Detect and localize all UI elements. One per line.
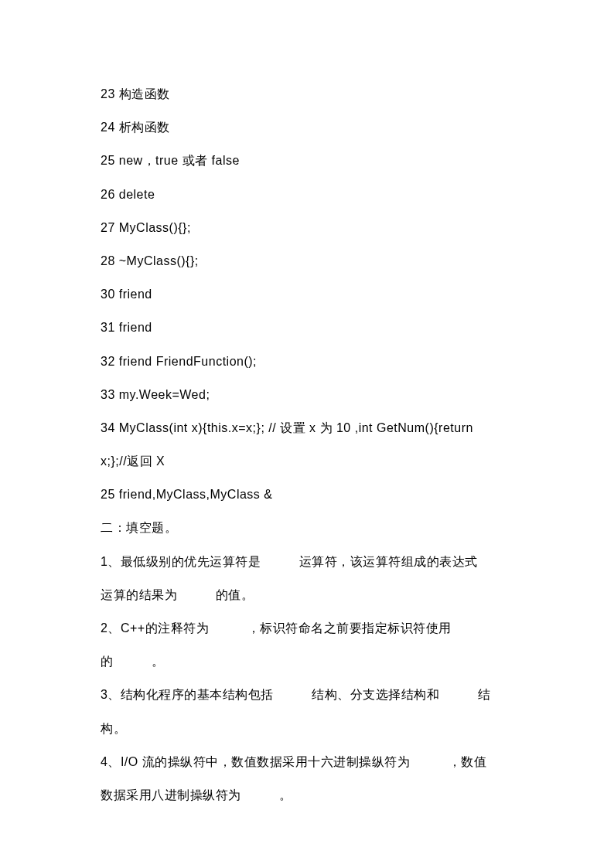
- text-line: x;};//返回 X: [101, 444, 513, 478]
- text-line: 运算的结果为 的值。: [101, 578, 513, 611]
- text-line: 23 构造函数: [101, 77, 513, 111]
- text-line: 30 friend: [101, 277, 513, 311]
- text-line: 数据采用八进制操纵符为 。: [101, 778, 513, 812]
- text-line: 25 new，true 或者 false: [101, 144, 513, 177]
- text-line: 3、结构化程序的基本结构包括 结构、分支选择结构和 结: [101, 678, 513, 711]
- text-line: 33 my.Week=Wed;: [101, 378, 513, 411]
- text-line: 31 friend: [101, 311, 513, 344]
- text-line: 二：填空题。: [101, 511, 513, 544]
- text-line: 构。: [101, 712, 513, 745]
- text-line: 4、I/O 流的操纵符中，数值数据采用十六进制操纵符为 ，数值: [101, 745, 513, 778]
- text-line: 25 friend,MyClass,MyClass &: [101, 478, 513, 511]
- text-line: 24 析构函数: [101, 111, 513, 144]
- text-line: 32 friend FriendFunction();: [101, 345, 513, 378]
- document-page: 23 构造函数 24 析构函数 25 new，true 或者 false 26 …: [0, 0, 614, 812]
- text-line: 34 MyClass(int x){this.x=x;}; // 设置 x 为 …: [101, 411, 513, 444]
- text-line: 27 MyClass(){};: [101, 211, 513, 244]
- text-line: 2、C++的注释符为 ，标识符命名之前要指定标识符使用: [101, 611, 513, 645]
- text-line: 28 ~MyClass(){};: [101, 244, 513, 277]
- text-line: 26 delete: [101, 178, 513, 211]
- text-line: 的 。: [101, 645, 513, 678]
- text-line: 1、最低级别的优先运算符是 运算符，该运算符组成的表达式: [101, 545, 513, 578]
